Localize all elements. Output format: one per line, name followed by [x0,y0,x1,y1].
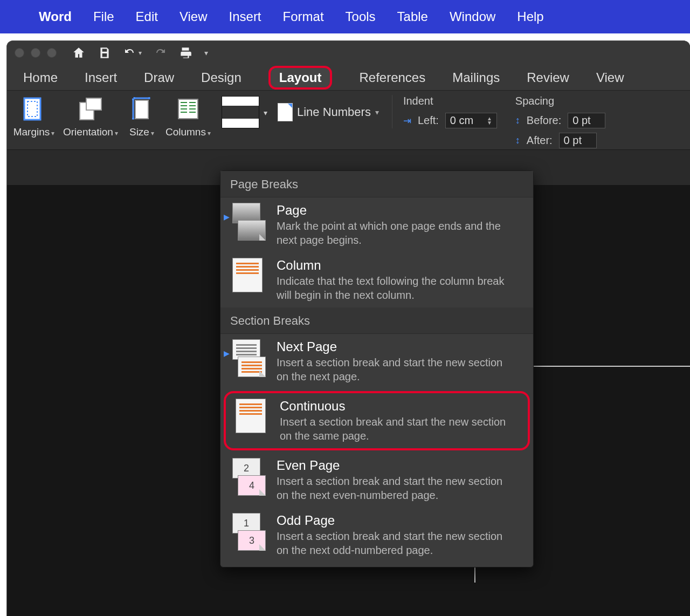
size-button[interactable]: Size [126,95,158,138]
tab-insert[interactable]: Insert [85,70,117,85]
tab-mailings[interactable]: Mailings [452,70,500,85]
menu-help[interactable]: Help [517,9,543,24]
breaks-dropdown: Page Breaks ▶ Page Mark the point at whi… [220,170,534,567]
titlebar: ▾ [7,41,690,65]
close-window-button[interactable] [15,48,24,58]
menu-insert[interactable]: Insert [229,9,261,24]
odd-page-break-icon: 1 3 [232,513,267,551]
ribbon-layout: Margins Orientation Size Columns [7,91,690,150]
menu-table[interactable]: Table [397,9,428,24]
app-name[interactable]: Word [39,9,72,24]
break-column[interactable]: Column Indicate that the text following … [220,252,533,307]
indent-left-input[interactable]: 0 cm ▲▼ [445,113,497,128]
spacing-label: Spacing [515,95,605,107]
quick-access-toolbar: ▾ [72,46,208,60]
ribbon-tabs: Home Insert Draw Design Layout Reference… [7,65,690,91]
menu-tools[interactable]: Tools [346,9,376,24]
size-icon [128,95,156,123]
orientation-icon [77,95,105,123]
orientation-button[interactable]: Orientation [63,95,118,138]
spacing-after-label: After: [527,134,553,147]
word-window: ▾ Home Insert Draw Design Layout Referen… [6,40,690,616]
breaks-button[interactable] [222,95,259,128]
break-odd-page[interactable]: 1 3 Odd Page Insert a section break and … [220,508,533,563]
even-page-break-icon: 2 4 [232,458,267,496]
break-page[interactable]: ▶ Page Mark the point at which one page … [220,197,533,252]
dropdown-section-section-breaks: Section Breaks [220,307,533,334]
redo-icon[interactable] [154,46,167,59]
menu-window[interactable]: Window [450,9,495,24]
breaks-icon [222,96,259,128]
tab-draw[interactable]: Draw [144,70,174,85]
tab-references[interactable]: References [359,70,425,85]
indent-label: Indent [403,95,497,107]
stepper-arrows-icon[interactable]: ▲▼ [487,117,492,125]
svg-rect-3 [86,98,101,110]
columns-button[interactable]: Columns [165,95,211,138]
tab-layout[interactable]: Layout [268,66,333,90]
submenu-indicator-icon: ▶ [224,349,230,358]
margins-button[interactable]: Margins [12,95,56,138]
submenu-indicator-icon: ▶ [224,213,230,221]
spacing-after-icon: ↕ [515,135,520,146]
spacing-before-label: Before: [527,114,561,127]
spacing-before-input[interactable]: 0 pt [568,113,605,128]
indent-left-label: Left: [418,114,439,127]
tab-home[interactable]: Home [23,70,58,85]
svg-rect-4 [135,100,148,119]
tab-view[interactable]: View [596,70,624,85]
spacing-after-input[interactable]: 0 pt [559,133,597,148]
tab-review[interactable]: Review [527,70,569,85]
continuous-break-icon [236,399,270,433]
next-page-break-icon [232,339,267,377]
customize-toolbar-icon[interactable]: ▾ [204,49,208,57]
spacing-before-icon: ↕ [515,115,520,126]
mac-menubar: Word File Edit View Insert Format Tools … [0,0,690,33]
margins-icon [20,95,48,123]
save-icon[interactable] [98,46,112,60]
zoom-window-button[interactable] [47,48,57,58]
line-numbers-button[interactable]: Line Numbers ▾ [278,101,379,123]
indent-left-icon: ⇥ [403,115,411,127]
line-numbers-icon [278,103,293,121]
indent-group: Indent ⇥ Left: 0 cm ▲▼ [392,95,497,128]
menu-format[interactable]: Format [283,9,324,24]
dropdown-section-page-breaks: Page Breaks [220,171,533,197]
menu-file[interactable]: File [93,9,114,24]
print-icon[interactable] [178,46,192,60]
tab-design[interactable]: Design [201,70,242,85]
break-continuous[interactable]: Continuous Insert a section break and st… [224,391,530,450]
undo-icon[interactable] [123,46,142,59]
window-controls [15,48,57,58]
chevron-down-icon: ▾ [375,108,379,117]
page-break-icon [232,203,267,241]
columns-icon [174,95,202,123]
minimize-window-button[interactable] [31,48,40,58]
break-even-page[interactable]: 2 4 Even Page Insert a section break and… [220,453,533,508]
menu-edit[interactable]: Edit [136,9,158,24]
break-next-page[interactable]: ▶ Next Page Insert a section break and s… [220,334,533,389]
column-break-icon [232,258,267,292]
home-icon[interactable] [72,46,86,60]
menu-view[interactable]: View [180,9,208,24]
spacing-group: Spacing ↕ Before: 0 pt ↕ After: 0 pt [505,95,605,148]
